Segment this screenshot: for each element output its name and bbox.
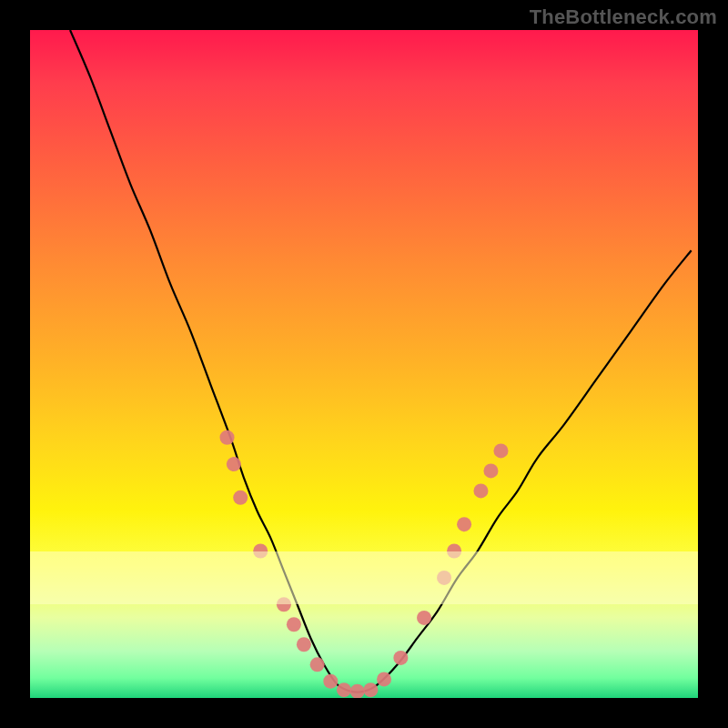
data-marker xyxy=(493,443,508,458)
data-marker xyxy=(287,617,301,632)
data-marker xyxy=(253,544,268,559)
data-marker xyxy=(437,571,451,585)
data-marker xyxy=(363,682,378,697)
data-marker xyxy=(457,517,471,531)
data-marker xyxy=(337,682,351,697)
data-marker xyxy=(483,463,498,478)
data-marker xyxy=(350,684,365,698)
data-marker xyxy=(220,430,235,445)
data-marker xyxy=(323,674,338,689)
data-marker xyxy=(310,657,325,672)
data-marker xyxy=(393,651,408,665)
data-marker xyxy=(233,490,248,505)
data-marker xyxy=(297,637,311,652)
curve-line xyxy=(70,30,692,693)
data-marker xyxy=(473,483,488,498)
data-marker xyxy=(447,544,461,559)
data-marker xyxy=(417,611,431,625)
data-marker xyxy=(377,672,391,686)
chart-plot-area xyxy=(29,29,699,699)
data-marker xyxy=(277,597,291,612)
data-marker xyxy=(227,457,241,471)
watermark-text: TheBottleneck.com xyxy=(530,5,717,29)
chart-svg xyxy=(30,30,698,698)
